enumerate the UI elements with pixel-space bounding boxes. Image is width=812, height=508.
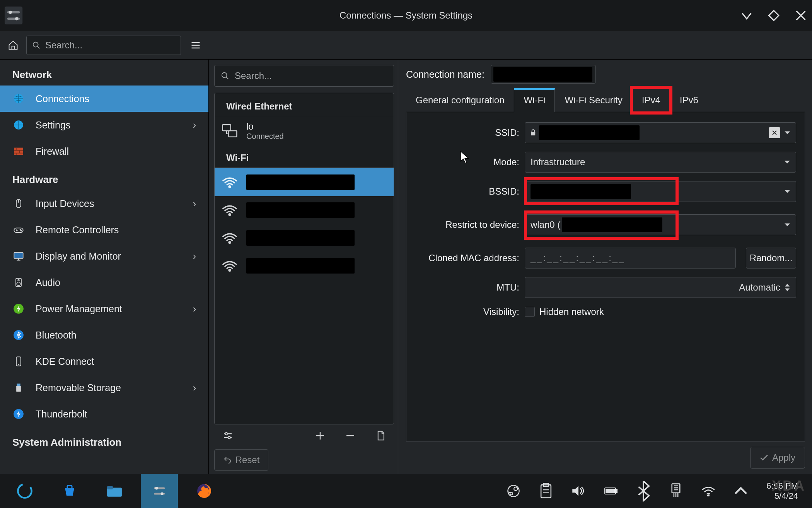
svg-rect-12 (14, 253, 23, 258)
svg-point-3 (15, 17, 18, 20)
mouse-icon (12, 197, 25, 210)
sidebar-item-settings[interactable]: Settings › (0, 112, 208, 138)
wifi-icon (222, 230, 238, 246)
tray-battery-icon[interactable] (604, 484, 618, 498)
sidebar-item-label: Display and Monitor (36, 251, 121, 262)
task-firefox[interactable] (186, 474, 223, 508)
connection-lo[interactable]: lo Connected (215, 117, 394, 145)
wifi-form: SSID: Mode: Infrastructure (406, 112, 805, 441)
configure-icon[interactable] (222, 430, 234, 441)
chevron-down-icon (784, 160, 790, 164)
bssid-label: BSSID: (415, 186, 519, 197)
tab-label: IPv6 (680, 95, 698, 105)
add-connection-button[interactable] (314, 430, 326, 441)
clear-icon[interactable] (769, 127, 780, 138)
hidden-network-label: Hidden network (539, 306, 604, 317)
reset-button[interactable]: Reset (214, 449, 268, 471)
sidebar-item-connections[interactable]: Connections (0, 86, 208, 112)
close-button[interactable] (794, 9, 807, 22)
sidebar-item-remote-controllers[interactable]: Remote Controllers (0, 217, 208, 243)
start-button[interactable] (6, 474, 43, 508)
group-hardware: Hardware (0, 164, 208, 190)
tab-wifi-security[interactable]: Wi-Fi Security (555, 88, 632, 112)
sidebar-item-firewall[interactable]: Firewall (0, 138, 208, 164)
export-connection-button[interactable] (375, 430, 386, 441)
connection-wifi-3[interactable] (215, 252, 394, 280)
task-system-settings[interactable] (141, 474, 178, 508)
remove-connection-button[interactable] (345, 430, 356, 441)
global-search[interactable]: Search... (26, 36, 181, 55)
sidebar-item-label: Input Devices (36, 198, 94, 209)
mode-select[interactable]: Infrastructure (525, 152, 796, 173)
tab-general[interactable]: General configuration (406, 88, 514, 112)
svg-point-1 (9, 11, 12, 14)
sidebar-item-bluetooth[interactable]: Bluetooth (0, 322, 208, 348)
home-button[interactable] (5, 38, 21, 53)
cloned-mac-input[interactable]: __:__:__:__:__:__ (525, 248, 736, 269)
tray-expand-icon[interactable] (734, 484, 748, 498)
sidebar-item-audio[interactable]: Audio (0, 269, 208, 296)
svg-point-41 (161, 493, 164, 495)
minimize-button[interactable] (740, 9, 753, 22)
tab-wifi[interactable]: Wi-Fi (514, 88, 555, 112)
menu-button[interactable] (188, 38, 203, 53)
sidebar-item-thunderbolt[interactable]: Thunderbolt (0, 401, 208, 427)
maximize-button[interactable] (767, 9, 780, 22)
mtu-spinbox[interactable]: Automatic (525, 277, 796, 298)
tray-steam-icon[interactable] (507, 484, 520, 498)
tray-volume-icon[interactable] (571, 484, 585, 498)
tab-ipv6[interactable]: IPv6 (670, 88, 708, 112)
svg-rect-25 (223, 125, 231, 131)
task-discover[interactable] (51, 474, 88, 508)
tray-bluetooth-icon[interactable] (636, 484, 650, 498)
reset-label: Reset (235, 455, 260, 465)
tab-ipv4[interactable]: IPv4 (632, 88, 670, 112)
tray-clock[interactable]: 6:56 PM 5/4/24 (766, 481, 798, 501)
ssid-input[interactable] (525, 122, 796, 143)
restrict-device-select[interactable]: wlan0 ( (525, 214, 796, 235)
chevron-down-icon (784, 222, 790, 227)
redacted (531, 184, 631, 199)
svg-point-20 (18, 364, 19, 365)
connection-search[interactable]: Search... (214, 65, 394, 87)
connection-list-toolbar (214, 424, 394, 447)
sidebar-item-power[interactable]: Power Management › (0, 296, 208, 322)
globe-icon (12, 119, 25, 131)
search-icon (221, 72, 229, 80)
tray-network-icon[interactable] (669, 484, 683, 498)
task-files[interactable] (96, 474, 133, 508)
sidebar-item-kdeconnect[interactable]: KDE Connect (0, 348, 208, 375)
svg-point-11 (21, 230, 22, 231)
sidebar-item-label: Settings (36, 120, 70, 131)
mtu-label: MTU: (415, 282, 519, 293)
spin-buttons[interactable] (784, 283, 790, 292)
connection-wifi-0[interactable] (215, 168, 394, 196)
ssid-label: SSID: (415, 127, 519, 138)
random-mac-button[interactable]: Random... (746, 248, 796, 269)
toolbar: Search... (0, 31, 812, 60)
sidebar-item-input-devices[interactable]: Input Devices › (0, 190, 208, 217)
svg-point-10 (20, 229, 21, 230)
tray-wifi-icon[interactable] (701, 484, 715, 498)
sidebar-item-removable[interactable]: Removable Storage › (0, 375, 208, 401)
tray-clipboard-icon[interactable] (539, 484, 553, 498)
connection-name-input[interactable] (491, 65, 596, 84)
gamepad-icon (12, 224, 25, 236)
connection-wifi-1[interactable] (215, 196, 394, 224)
connection-wifi-2[interactable] (215, 224, 394, 252)
visibility-label: Visibility: (415, 306, 519, 317)
globe-icon (12, 92, 25, 105)
svg-point-15 (17, 282, 20, 286)
battery-icon (12, 303, 25, 315)
apply-button[interactable]: Apply (750, 447, 805, 469)
group-system-admin: System Administration (0, 427, 208, 453)
hidden-network-checkbox[interactable] (525, 307, 535, 317)
svg-point-30 (229, 270, 230, 271)
sidebar-item-label: KDE Connect (36, 356, 94, 367)
connection-status: Connected (246, 132, 284, 141)
chevron-right-icon: › (193, 251, 196, 262)
connection-search-placeholder: Search... (235, 70, 272, 81)
sidebar-item-label: Remote Controllers (36, 224, 119, 236)
bssid-select[interactable] (525, 181, 796, 202)
sidebar-item-display[interactable]: Display and Monitor › (0, 243, 208, 269)
